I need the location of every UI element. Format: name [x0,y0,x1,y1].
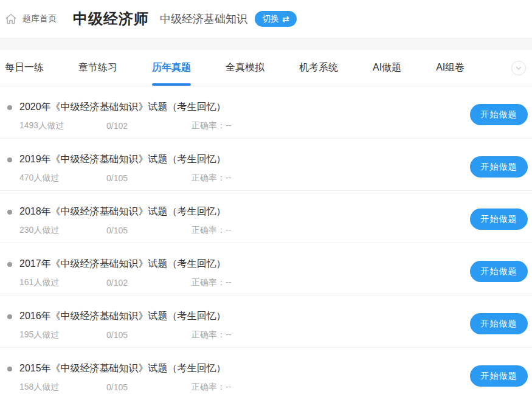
accuracy-rate: 正确率：-- [192,173,231,184]
switch-button-label: 切换 [262,13,279,24]
attempt-count: 161人做过 [19,277,106,288]
swap-arrows-icon: ⇄ [282,15,289,23]
accuracy-rate: 正确率：-- [192,225,231,236]
bullet-icon [7,210,12,215]
tab-past-exams[interactable]: 历年真题 [152,50,191,86]
exam-row-2020: 2020年《中级经济基础知识》试题（考生回忆） 1493人做过 0/102 正确… [0,86,532,139]
exam-title-row: 2018年《中级经济基础知识》试题（考生回忆） [0,191,532,218]
start-exam-button[interactable]: 开始做题 [470,209,528,230]
exam-title: 2017年《中级经济基础知识》试题（考生回忆） [19,258,226,271]
switch-subject-button[interactable]: 切换 ⇄ [255,11,297,27]
bullet-icon [7,262,12,267]
accuracy-rate: 正确率：-- [192,329,231,340]
accuracy-rate: 正确率：-- [192,382,231,393]
start-exam-button[interactable]: 开始做题 [470,313,528,334]
attempt-count: 230人做过 [19,225,106,236]
exam-stats: 195人做过 0/105 正确率：-- [0,329,532,340]
exam-stats: 470人做过 0/105 正确率：-- [0,173,532,184]
exam-stats: 1493人做过 0/102 正确率：-- [0,120,532,131]
breadcrumb[interactable]: 题库首页 [22,13,57,24]
exam-title: 2016年《中级经济基础知识》试题（考生回忆） [19,310,226,323]
exam-title: 2018年《中级经济基础知识》试题（考生回忆） [19,205,226,218]
attempt-count: 470人做过 [19,173,106,184]
exam-title: 2019年《中级经济基础知识》试题（考生回忆） [19,153,226,166]
exam-title-row: 2019年《中级经济基础知识》试题（考生回忆） [0,139,532,166]
page-title: 中级经济师 [73,9,149,29]
start-exam-button[interactable]: 开始做题 [470,261,528,282]
tab-ai-questions[interactable]: AI做题 [373,50,401,86]
tab-full-simulation[interactable]: 全真模拟 [226,50,264,86]
tab-computer-exam-system[interactable]: 机考系统 [299,50,338,86]
exam-stats: 158人做过 0/105 正确率：-- [0,382,532,393]
tab-chapter-practice[interactable]: 章节练习 [78,50,117,86]
bullet-icon [7,105,12,110]
attempt-count: 1493人做过 [19,120,106,131]
exam-title: 2015年《中级经济基础知识》试题（考生回忆） [19,362,226,375]
progress-count: 0/105 [106,226,192,235]
bullet-icon [7,314,12,319]
exam-row-2015: 2015年《中级经济基础知识》试题（考生回忆） 158人做过 0/105 正确率… [0,348,532,400]
progress-count: 0/102 [106,278,192,288]
progress-count: 0/105 [106,330,192,340]
section-divider-band [0,38,532,50]
progress-count: 0/105 [106,382,192,392]
exam-title-row: 2016年《中级经济基础知识》试题（考生回忆） [0,295,532,323]
top-header: 题库首页 中级经济师 中级经济基础知识 切换 ⇄ [0,0,532,38]
chevron-down-icon[interactable] [511,61,526,75]
progress-count: 0/105 [106,173,192,183]
tab-daily-practice[interactable]: 每日一练 [5,50,44,86]
exam-title-row: 2020年《中级经济基础知识》试题（考生回忆） [0,86,532,114]
start-exam-button[interactable]: 开始做题 [470,156,528,178]
exam-row-2016: 2016年《中级经济基础知识》试题（考生回忆） 195人做过 0/105 正确率… [0,295,532,348]
exam-row-2017: 2017年《中级经济基础知识》试题（考生回忆） 161人做过 0/102 正确率… [0,243,532,295]
home-icon[interactable] [5,13,17,25]
bullet-icon [7,157,12,162]
tab-bar: 每日一练 章节练习 历年真题 全真模拟 机考系统 AI做题 AI组卷 [0,50,532,86]
exam-title: 2020年《中级经济基础知识》试题（考生回忆） [19,101,226,114]
subject-name: 中级经济基础知识 [160,12,247,26]
bullet-icon [7,367,12,371]
progress-count: 0/102 [106,121,192,131]
exam-title-row: 2015年《中级经济基础知识》试题（考生回忆） [0,348,532,375]
exam-stats: 230人做过 0/105 正确率：-- [0,225,532,236]
exam-row-2019: 2019年《中级经济基础知识》试题（考生回忆） 470人做过 0/105 正确率… [0,139,532,191]
accuracy-rate: 正确率：-- [192,277,231,288]
exam-list: 2020年《中级经济基础知识》试题（考生回忆） 1493人做过 0/102 正确… [0,86,532,400]
attempt-count: 158人做过 [19,382,106,393]
exam-stats: 161人做过 0/102 正确率：-- [0,277,532,288]
accuracy-rate: 正确率：-- [192,120,231,131]
start-exam-button[interactable]: 开始做题 [470,104,528,125]
attempt-count: 195人做过 [19,329,106,340]
start-exam-button[interactable]: 开始做题 [470,365,528,387]
exam-title-row: 2017年《中级经济基础知识》试题（考生回忆） [0,243,532,271]
exam-row-2018: 2018年《中级经济基础知识》试题（考生回忆） 230人做过 0/105 正确率… [0,191,532,243]
tab-ai-paper[interactable]: AI组卷 [436,50,465,86]
